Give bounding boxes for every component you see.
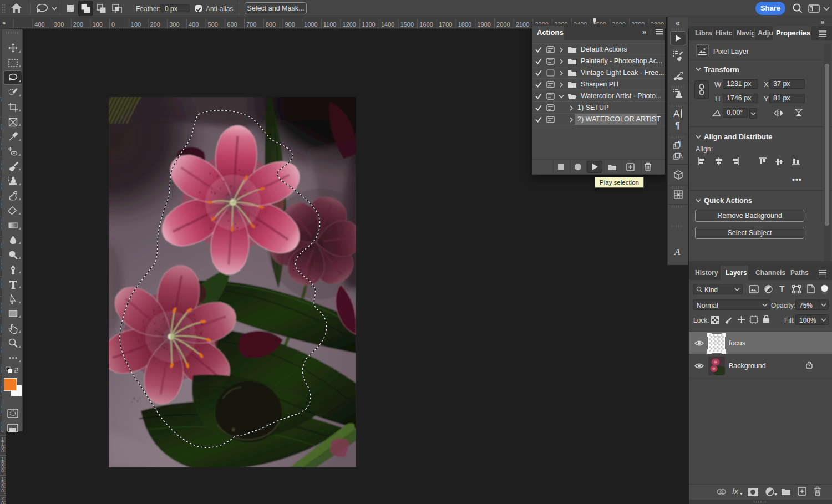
svg-text:A: A	[674, 247, 681, 257]
svg-text:1600: 1600	[419, 21, 433, 28]
svg-text:100: 100	[131, 21, 141, 28]
svg-text:¶: ¶	[675, 121, 680, 130]
svg-text:1100: 1100	[323, 21, 337, 28]
svg-text:1200: 1200	[343, 21, 356, 28]
svg-text:1800: 1800	[458, 21, 471, 28]
svg-text:0: 0	[111, 21, 115, 28]
svg-text:300: 300	[54, 21, 64, 28]
svg-text:1000: 1000	[304, 21, 317, 28]
svg-text:1700: 1700	[439, 21, 452, 28]
svg-text:1300: 1300	[362, 21, 375, 28]
svg-text:0: 0	[1, 488, 4, 493]
svg-text:0: 0	[1, 448, 4, 454]
svg-text:2100: 2100	[516, 21, 529, 28]
svg-text:700: 700	[246, 21, 256, 28]
svg-text:400: 400	[34, 21, 44, 28]
svg-text:2000: 2000	[496, 21, 510, 28]
svg-text:200: 200	[73, 21, 83, 28]
svg-text:A: A	[673, 109, 680, 119]
svg-text:300: 300	[169, 21, 179, 28]
svg-text:1900: 1900	[477, 21, 490, 28]
svg-text:600: 600	[227, 21, 237, 28]
svg-text:500: 500	[208, 21, 218, 28]
svg-text:¶: ¶	[678, 140, 681, 147]
svg-text:900: 900	[285, 21, 295, 28]
svg-text:1500: 1500	[400, 21, 414, 28]
svg-text:100: 100	[92, 21, 102, 28]
svg-text:800: 800	[266, 21, 276, 28]
svg-text:0: 0	[1, 468, 4, 474]
svg-text:400: 400	[189, 21, 199, 28]
svg-text:1400: 1400	[381, 21, 394, 28]
svg-text:200: 200	[150, 21, 160, 28]
